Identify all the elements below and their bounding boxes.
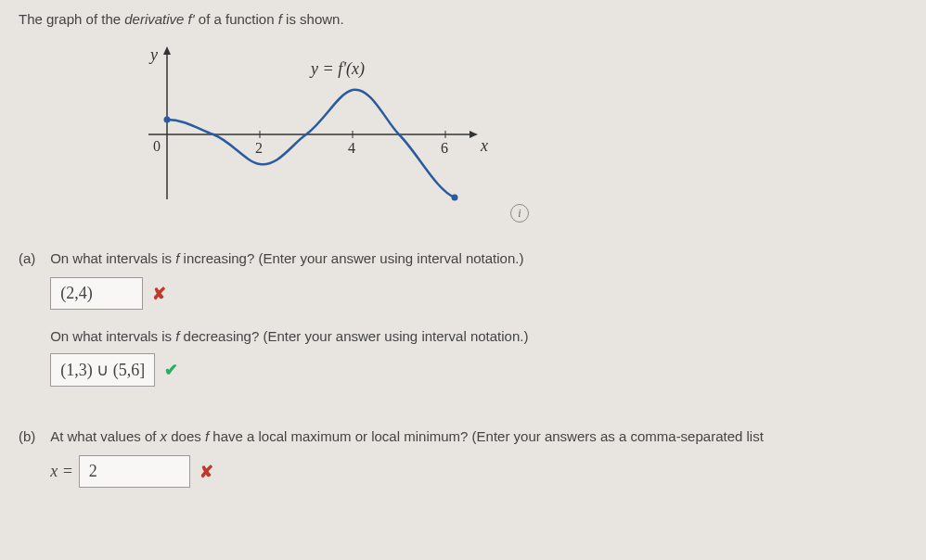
answer-a1-value: (2,4) [60,284,93,303]
q2-suffix: decreasing? (Enter your answer using int… [179,328,528,344]
header-suffix: is shown. [282,11,344,27]
part-b-label: (b) [19,428,46,444]
origin-label: 0 [153,138,161,154]
x-equals-label: x = [50,462,73,481]
part-a-q1: On what intervals is f increasing? (Ente… [50,250,907,266]
qb-suffix: have a local maximum or local minimum? (… [209,428,764,444]
x-axis-arrow [469,131,478,138]
answer-input-a2[interactable]: (1,3) ∪ (5,6] [50,353,155,387]
info-glyph: i [518,207,521,221]
header-derivative: derivative f' [124,11,194,27]
answer-a2-value: (1,3) ∪ (5,6] [60,360,145,380]
part-a: (a) On what intervals is f increasing? (… [19,250,907,405]
header-prefix: The graph of the [19,11,124,27]
y-axis-arrow [163,46,171,55]
q1-prefix: On what intervals is [50,250,175,266]
header-mid: of a function [195,11,278,27]
tick-label-2: 2 [255,140,263,156]
answer-input-a1[interactable]: (2,4) [50,277,143,310]
info-icon[interactable]: i [510,204,529,223]
qb-mid: does [167,428,205,444]
curve-fprime [167,90,455,197]
answer-row-a1: (2,4) ✘ [50,277,907,310]
answer-b-value: 2 [89,462,97,481]
problem-statement: The graph of the derivative f' of a func… [19,11,907,34]
answer-row-b: x = 2 ✘ [50,455,907,488]
curve-label: y = f'(x) [309,59,365,79]
correct-icon: ✔ [164,360,178,380]
curve-start-point [164,117,171,123]
part-a-q2: On what intervals is f decreasing? (Ente… [50,328,907,344]
derivative-graph: y x 0 2 4 6 y = f'(x) i [130,42,501,227]
qb-prefix: At what values of [50,428,160,444]
answer-input-b[interactable]: 2 [79,455,190,488]
part-b-q: At what values of x does f have a local … [50,428,907,444]
wrong-icon: ✘ [152,284,166,304]
answer-row-a2: (1,3) ∪ (5,6] ✔ [50,353,907,387]
tick-label-4: 4 [348,140,355,156]
q1-suffix: increasing? (Enter your answer using int… [179,250,523,266]
tick-label-6: 6 [441,140,448,156]
qb-x: x [161,428,168,444]
graph-svg: y x 0 2 4 6 y = f'(x) [130,42,501,227]
part-a-label: (a) [19,250,46,266]
curve-end-point [452,195,458,201]
x-axis-label: x [480,136,488,155]
part-b: (b) At what values of x does f have a lo… [19,428,907,506]
q2-prefix: On what intervals is [50,328,175,344]
wrong-icon: ✘ [199,462,213,482]
y-axis-label: y [148,45,158,64]
